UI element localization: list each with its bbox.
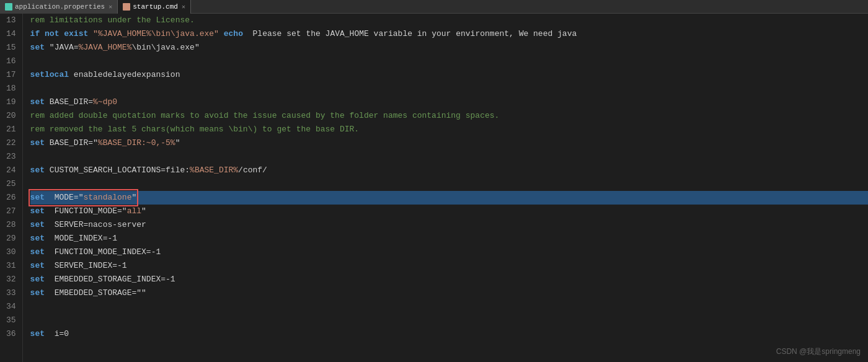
- code-line-16: [30, 55, 868, 68]
- line-num-25: 25: [6, 177, 16, 191]
- cmd-icon: [123, 3, 130, 11]
- code-line-22: set BASE_DIR="%BASE_DIR:~0,-5%": [30, 136, 868, 150]
- line-num-31: 31: [6, 259, 16, 273]
- code-line-32: set EMBEDDED_STORAGE_INDEX=-1: [30, 273, 868, 286]
- code-line-35: [30, 314, 868, 327]
- line-num-32: 32: [6, 273, 16, 286]
- watermark: CSDN @我是springmeng: [776, 347, 861, 357]
- line-num-29: 29: [6, 232, 16, 245]
- line-num-18: 18: [6, 82, 16, 95]
- code-line-18: [30, 82, 868, 95]
- line-num-19: 19: [6, 95, 16, 109]
- code-line-21: rem removed the last 5 chars(which means…: [30, 123, 868, 136]
- line-numbers: 1314151617181920212223242526272829303132…: [0, 14, 23, 362]
- code-line-25: [30, 177, 868, 191]
- line-num-36: 36: [6, 327, 16, 341]
- tab-close-props[interactable]: ✕: [108, 3, 112, 11]
- code-line-24: set CUSTOM_SEARCH_LOCATIONS=file:%BASE_D…: [30, 164, 868, 177]
- tab-application-properties[interactable]: application.properties ✕: [0, 0, 118, 14]
- code-line-19: set BASE_DIR=%~dp0: [30, 95, 868, 109]
- line-num-27: 27: [6, 205, 16, 218]
- code-line-20: rem added double quotation marks to avoi…: [30, 109, 868, 123]
- code-area[interactable]: rem limitations under the License.if not…: [23, 14, 868, 362]
- line-num-33: 33: [6, 286, 16, 300]
- line-num-30: 30: [6, 245, 16, 259]
- line-num-35: 35: [6, 314, 16, 327]
- line-num-23: 23: [6, 150, 16, 164]
- tab-label-props: application.properties: [15, 3, 105, 11]
- line-num-34: 34: [6, 300, 16, 314]
- line-num-24: 24: [6, 164, 16, 177]
- line-num-16: 16: [6, 55, 16, 68]
- code-line-30: set FUNCTION_MODE_INDEX=-1: [30, 245, 868, 259]
- code-line-13: rem limitations under the License.: [30, 14, 868, 27]
- line-num-20: 20: [6, 109, 16, 123]
- code-line-34: [30, 300, 868, 314]
- code-line-29: set MODE_INDEX=-1: [30, 232, 868, 245]
- code-line-33: set EMBEDDED_STORAGE="": [30, 286, 868, 300]
- code-line-31: set SERVER_INDEX=-1: [30, 259, 868, 273]
- code-line-27: set FUNCTION_MODE="all": [30, 205, 868, 218]
- tab-label-cmd: startup.cmd: [133, 3, 178, 11]
- editor-area: 1314151617181920212223242526272829303132…: [0, 14, 868, 362]
- line-num-22: 22: [6, 136, 16, 150]
- code-line-15: set "JAVA=%JAVA_HOME%\bin\java.exe": [30, 41, 868, 55]
- code-line-28: set SERVER=nacos-server: [30, 218, 868, 232]
- line-num-26: 26: [6, 191, 16, 205]
- tab-close-cmd[interactable]: ✕: [182, 3, 185, 11]
- tab-startup-cmd[interactable]: startup.cmd ✕: [118, 0, 191, 14]
- line-num-13: 13: [6, 14, 16, 27]
- props-icon: [5, 3, 12, 11]
- line-num-14: 14: [6, 27, 16, 41]
- code-line-14: if not exist "%JAVA_HOME%\bin\java.exe" …: [30, 27, 868, 41]
- code-line-17: setlocal enabledelayedexpansion: [30, 68, 868, 82]
- line-num-21: 21: [6, 123, 16, 136]
- code-line-36: set i=0: [30, 327, 868, 341]
- code-line-26: set MODE="standalone": [30, 191, 868, 205]
- code-line-23: [30, 150, 868, 164]
- line-num-15: 15: [6, 41, 16, 55]
- line-num-17: 17: [6, 68, 16, 82]
- line-num-28: 28: [6, 218, 16, 232]
- tab-bar: application.properties ✕ startup.cmd ✕: [0, 0, 868, 14]
